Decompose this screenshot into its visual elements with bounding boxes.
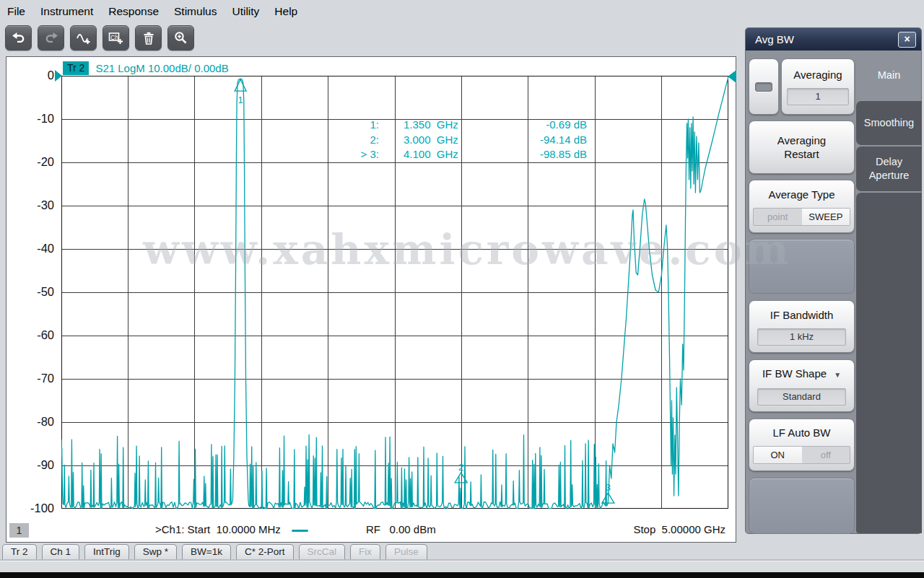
status-tab-pulse: Pulse [385,544,427,560]
marker-1-mfreq: 1.350 GHz [379,118,496,133]
chevron-down-icon: ▼ [834,371,841,379]
avg-bw-panel: Avg BW × Averaging 1 Averaging Restart A… [745,27,922,534]
marker-number: 2 [458,462,463,473]
marker-3-mfreq: 4.100 GHz [379,147,496,162]
if-bandwidth-value[interactable]: 1 kHz [757,328,847,346]
menu-item-stimulus[interactable]: Stimulus [174,5,217,18]
status-tab-bw-1k[interactable]: BW=1k [182,544,231,560]
y-tick-label: 0 [11,69,54,82]
status-tab-inttrig[interactable]: IntTrig [84,544,129,560]
disabled-button-1 [749,239,855,294]
add-trace-button[interactable] [70,25,97,51]
if-bw-shape-button[interactable]: IF BW Shape▼ Standard [749,359,855,412]
svg-text:Ch: Ch [110,33,118,40]
lf-auto-bw-option-on[interactable]: ON [754,447,802,463]
average-type-option-sweep[interactable]: SWEEP [802,209,850,225]
status-tab-ch-1[interactable]: Ch 1 [42,544,80,560]
add-channel-button[interactable]: Ch [103,25,129,51]
panel-title: Avg BW [755,33,794,45]
marker-readout-row: 1:1.350 GHz-0.69 dB [318,118,587,133]
marker-number: 1 [238,95,243,105]
averaging-restart-button[interactable]: Averaging Restart [749,121,855,174]
menu-item-utility[interactable]: Utility [232,5,259,18]
marker-2-mval: -94.14 dB [496,133,587,148]
marker-1-mid: 1: [318,118,379,133]
lf-auto-bw-option-off[interactable]: off [802,447,850,463]
if-bandwidth-button[interactable]: IF Bandwidth 1 kHz [749,300,855,353]
status-tab-swp-[interactable]: Swp * [134,544,177,560]
channel-badge[interactable]: 1 [9,523,29,538]
redo-icon [44,32,58,45]
marker-readout-row: 2:3.000 GHz-94.14 dB [318,133,587,148]
tab-main[interactable]: Main [856,51,922,100]
marker-3-mid: > 3: [318,147,379,162]
close-icon[interactable]: × [898,32,916,48]
y-tick-label: -60 [11,328,54,342]
menu-item-instrument[interactable]: Instrument [40,5,93,18]
marker-readout-row: > 3:4.100 GHz-98.85 dB [318,147,587,162]
averaging-toggle-button[interactable] [749,58,779,115]
averaging-restart-label: Averaging Restart [770,133,834,161]
average-type-segmented: point SWEEP [753,208,850,226]
status-tab-c-2-port[interactable]: C* 2-Port [236,544,294,560]
undo-icon [12,32,26,45]
y-tick-label: -30 [11,198,54,212]
delete-button[interactable] [135,25,162,51]
averaging-button[interactable]: Averaging 1 [781,58,855,115]
plot-status-line: 1 >Ch1: Start 10.0000 MHz RF 0.00 dBm St… [6,522,736,540]
marker-3-mval: -98.85 dB [496,147,587,162]
redo-button [38,25,64,51]
trace-color-dash-icon [292,530,308,532]
panel-tabs-filler [856,193,922,533]
zoom-button[interactable] [167,25,194,51]
y-tick-label: -50 [11,285,54,299]
start-frequency-text: >Ch1: Start 10.0000 MHz [155,523,281,535]
y-tick-label: -100 [11,502,54,515]
status-tab-tr-2[interactable]: Tr 2 [2,544,37,560]
y-tick-label: -20 [11,155,54,169]
rf-power-label: RF 0.00 dBm [366,523,436,535]
tab-smoothing[interactable]: Smoothing [856,101,922,145]
average-type-button[interactable]: Average Type point SWEEP [749,180,855,233]
marker-2-mid: 2: [318,133,379,148]
marker-number: 3 [606,482,611,493]
marker-readout: 1:1.350 GHz-0.69 dB2:3.000 GHz-94.14 dB>… [318,118,587,162]
undo-button[interactable] [5,25,32,51]
start-frequency-label: >Ch1: Start 10.0000 MHz [155,523,308,535]
tab-delay-aperture[interactable]: Delay Aperture [856,146,922,191]
delete-icon [142,32,155,45]
if-bw-shape-label: IF BW Shape▼ [762,367,841,382]
add-trace-icon [77,32,91,45]
bottom-black-strip [0,572,924,578]
if-bw-shape-value[interactable]: Standard [757,388,847,406]
y-tick-label: -10 [11,112,54,126]
average-type-label: Average Type [768,188,834,201]
if-bw-shape-text: IF BW Shape [762,367,827,380]
panel-title-bar[interactable]: Avg BW × [746,28,921,51]
tab-delay-aperture-label: Delay Aperture [864,155,915,183]
add-channel-icon: Ch [108,32,124,45]
menu-item-file[interactable]: File [7,5,25,18]
trace-badge[interactable]: Tr 2 [63,61,89,75]
status-tab-srccal: SrcCal [299,544,346,560]
lf-auto-bw-button[interactable]: LF Auto BW ON off [749,419,855,471]
if-bandwidth-label: IF Bandwidth [770,308,834,322]
status-tab-bar: Tr 2Ch 1IntTrigSwp *BW=1kC* 2-PortSrcCal… [2,544,427,560]
panel-tabs: Main Smoothing Delay Aperture [856,51,922,534]
disabled-button-2 [749,478,855,534]
y-tick-label: -40 [11,242,54,255]
reference-level-marker-left-icon [55,70,62,82]
average-type-option-point[interactable]: point [754,209,802,225]
stop-frequency-label: Stop 5.00000 GHz [633,523,725,535]
y-tick-label: -70 [11,372,54,385]
lf-auto-bw-label: LF Auto BW [772,426,830,439]
y-tick-label: -80 [11,415,54,429]
menu-item-help[interactable]: Help [274,5,297,18]
menu-item-response[interactable]: Response [108,5,159,18]
marker-1-mval: -0.69 dB [496,118,587,133]
lf-auto-bw-segmented: ON off [753,446,850,464]
marker-2-mfreq: 3.000 GHz [379,133,496,148]
zoom-icon [174,31,188,45]
averaging-value[interactable]: 1 [787,88,849,105]
averaging-indicator-icon [755,82,772,92]
